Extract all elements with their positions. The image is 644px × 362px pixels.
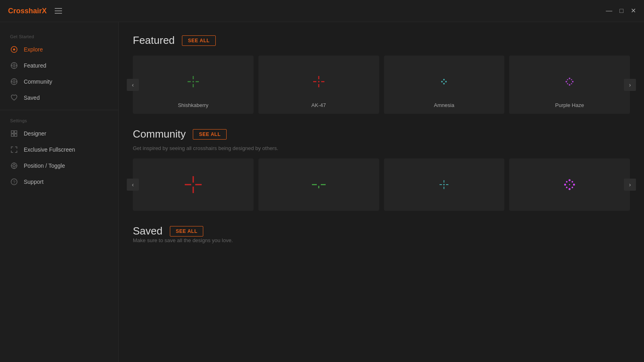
globe-outline-icon bbox=[10, 62, 18, 70]
sidebar-item-explore[interactable]: Explore bbox=[0, 41, 118, 58]
crosshair-shishkaberry bbox=[181, 70, 205, 94]
crosshair-ak47 bbox=[307, 70, 331, 94]
sidebar-item-support[interactable]: ? Support bbox=[0, 174, 118, 190]
saved-see-all-button[interactable]: SEE ALL bbox=[170, 226, 204, 237]
crosshair-amnesia bbox=[432, 70, 456, 94]
community-see-all-button[interactable]: SEE ALL bbox=[193, 129, 227, 140]
featured-card-amnesia-label: Amnesia bbox=[434, 102, 454, 108]
svg-point-30 bbox=[441, 81, 443, 82]
svg-rect-6 bbox=[11, 131, 14, 133]
community-section-header: Community SEE ALL bbox=[133, 128, 630, 140]
saved-title: Saved bbox=[133, 225, 163, 237]
sidebar-item-community[interactable]: Community bbox=[0, 74, 118, 90]
sidebar-item-position-toggle[interactable]: Position / Toggle bbox=[0, 158, 118, 174]
crosshair-community-2 bbox=[308, 174, 330, 195]
sidebar-section-settings: Settings bbox=[0, 114, 118, 125]
svg-point-56 bbox=[569, 188, 571, 190]
sidebar-item-exclusive-fullscreen[interactable]: Exclusive Fullscreen bbox=[0, 142, 118, 158]
saved-description: Make sure to save all the designs you lo… bbox=[133, 237, 630, 243]
featured-carousel-track: Shishkaberry AK-47 bbox=[133, 56, 630, 114]
app-title-accent: X bbox=[42, 7, 47, 15]
sidebar-item-support-label: Support bbox=[24, 179, 43, 185]
svg-point-33 bbox=[443, 83, 445, 84]
featured-card-shishkaberry[interactable]: Shishkaberry bbox=[133, 56, 254, 114]
community-carousel-next[interactable]: › bbox=[624, 179, 636, 191]
saved-section: Saved SEE ALL Make sure to save all the … bbox=[133, 225, 630, 243]
crosshair-community-4 bbox=[559, 174, 580, 195]
featured-card-purple-haze[interactable]: Purple Haze bbox=[509, 56, 630, 114]
target-icon bbox=[10, 162, 18, 170]
svg-text:?: ? bbox=[13, 180, 15, 185]
sidebar-item-exclusive-fullscreen-label: Exclusive Fullscreen bbox=[24, 146, 75, 153]
svg-rect-7 bbox=[14, 131, 17, 133]
sidebar-item-position-toggle-label: Position / Toggle bbox=[24, 162, 65, 169]
featured-carousel-prev[interactable]: ‹ bbox=[127, 79, 139, 91]
community-description: Get inspired by seeing all crosshairs be… bbox=[133, 145, 630, 151]
app-title: CrosshairX bbox=[8, 7, 47, 15]
community-card-3[interactable] bbox=[384, 158, 505, 211]
svg-point-34 bbox=[569, 78, 570, 79]
svg-point-35 bbox=[569, 84, 570, 86]
svg-point-62 bbox=[572, 187, 573, 188]
app-title-text: Crosshair bbox=[8, 7, 42, 15]
maximize-button[interactable]: □ bbox=[619, 8, 623, 14]
sidebar-item-featured-label: Featured bbox=[24, 62, 46, 69]
svg-rect-8 bbox=[11, 134, 14, 136]
titlebar-left: CrosshairX bbox=[8, 7, 62, 15]
svg-point-36 bbox=[566, 81, 567, 82]
sidebar-item-community-label: Community bbox=[24, 78, 52, 85]
hamburger-menu[interactable] bbox=[55, 8, 62, 14]
featured-title: Featured bbox=[133, 34, 175, 47]
community-card-2[interactable] bbox=[258, 158, 379, 211]
featured-see-all-button[interactable]: SEE ALL bbox=[182, 35, 216, 46]
svg-point-39 bbox=[571, 79, 572, 80]
sidebar-item-designer-label: Designer bbox=[24, 130, 46, 137]
svg-point-55 bbox=[569, 179, 571, 181]
featured-carousel-next[interactable]: › bbox=[624, 79, 636, 91]
crosshair-community-3 bbox=[433, 174, 455, 195]
svg-point-32 bbox=[443, 79, 445, 80]
featured-carousel: ‹ Shishkaber bbox=[133, 56, 630, 114]
featured-card-ak47-label: AK-47 bbox=[312, 102, 326, 108]
sidebar: Get Started Explore Featured bbox=[0, 22, 119, 362]
svg-point-11 bbox=[13, 165, 15, 167]
fullscreen-icon bbox=[10, 146, 18, 154]
crosshair-purple-haze bbox=[557, 70, 582, 94]
sidebar-item-saved-label: Saved bbox=[24, 95, 40, 101]
crosshair-community-1 bbox=[182, 174, 204, 195]
svg-rect-9 bbox=[14, 134, 17, 136]
community-card-1[interactable] bbox=[133, 158, 254, 211]
featured-card-purple-haze-label: Purple Haze bbox=[555, 102, 584, 108]
svg-point-61 bbox=[566, 187, 568, 188]
svg-point-57 bbox=[564, 184, 566, 186]
sidebar-item-explore-label: Explore bbox=[24, 46, 43, 53]
featured-card-amnesia[interactable]: Amnesia bbox=[384, 56, 505, 114]
globe-icon bbox=[10, 78, 18, 86]
sidebar-item-saved[interactable]: Saved bbox=[0, 90, 118, 106]
featured-section-header: Featured SEE ALL bbox=[133, 34, 630, 47]
svg-point-10 bbox=[11, 163, 17, 169]
titlebar-controls: — □ ✕ bbox=[606, 8, 636, 14]
svg-point-40 bbox=[567, 83, 568, 84]
svg-point-63 bbox=[569, 184, 570, 185]
sidebar-item-featured[interactable]: Featured bbox=[0, 58, 118, 74]
svg-point-60 bbox=[572, 181, 573, 183]
svg-point-41 bbox=[571, 83, 572, 84]
svg-point-37 bbox=[572, 81, 574, 82]
community-title: Community bbox=[133, 128, 186, 140]
saved-section-header: Saved SEE ALL bbox=[133, 225, 630, 237]
sidebar-item-designer[interactable]: Designer bbox=[0, 125, 118, 142]
close-button[interactable]: ✕ bbox=[631, 8, 636, 14]
sidebar-divider bbox=[0, 110, 118, 110]
featured-card-ak47[interactable]: AK-47 bbox=[258, 56, 379, 114]
svg-point-31 bbox=[445, 81, 447, 82]
sidebar-section-get-started: Get Started bbox=[0, 30, 118, 41]
question-icon: ? bbox=[10, 178, 18, 186]
community-carousel-track bbox=[133, 158, 630, 211]
featured-card-shishkaberry-label: Shishkaberry bbox=[178, 102, 208, 108]
svg-point-1 bbox=[13, 49, 15, 51]
community-card-4[interactable] bbox=[509, 158, 630, 211]
grid-icon bbox=[10, 130, 18, 138]
minimize-button[interactable]: — bbox=[606, 8, 612, 14]
community-carousel-prev[interactable]: ‹ bbox=[127, 179, 139, 191]
